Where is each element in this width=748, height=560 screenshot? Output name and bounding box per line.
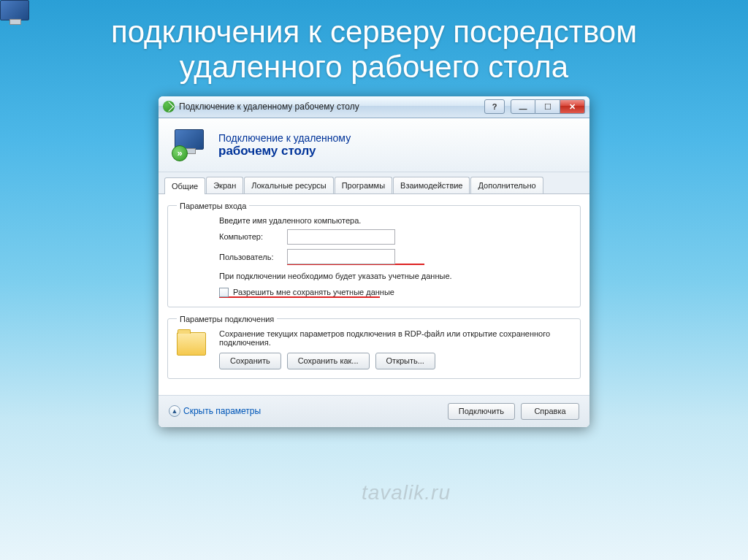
connection-legend: Параметры подключения (177, 315, 277, 323)
tab-advanced[interactable]: Дополнительно (470, 177, 543, 193)
header-line1: Подключение к удаленному (218, 132, 351, 144)
computer-input[interactable] (287, 229, 395, 245)
connect-button[interactable]: Подключить (448, 403, 515, 420)
header-line2: рабочему столу (218, 144, 351, 158)
tab-display[interactable]: Экран (206, 177, 243, 193)
user-label: Пользователь: (219, 253, 281, 261)
chevron-up-icon: ▲ (169, 405, 180, 417)
header-panel: » Подключение к удаленному рабочему стол… (159, 119, 589, 172)
maximize-button[interactable] (535, 99, 560, 114)
minimize-button[interactable] (511, 99, 535, 114)
app-icon (163, 101, 175, 112)
tabs: Общие Экран Локальные ресурсы Программы … (159, 172, 589, 194)
rdp-window: Подключение к удаленному рабочему столу … (159, 96, 589, 427)
save-button[interactable]: Сохранить (219, 353, 281, 369)
watermark: tavalik.ru (362, 481, 451, 505)
window-title: Подключение к удаленному рабочему столу (179, 101, 484, 112)
save-credentials-label: Разрешить мне сохранять учетные данные (233, 288, 394, 296)
help-button[interactable]: Справка (521, 403, 579, 420)
connection-params-group: Параметры подключения Сохранение текущих… (167, 315, 581, 379)
save-as-button[interactable]: Сохранить как... (287, 353, 370, 369)
open-button[interactable]: Открыть... (375, 353, 435, 369)
tab-programs[interactable]: Программы (335, 177, 392, 193)
hide-options-label: Скрыть параметры (183, 406, 261, 416)
footer: ▲ Скрыть параметры Подключить Справка (159, 395, 589, 427)
help-icon[interactable] (484, 99, 505, 114)
computer-label: Компьютер: (219, 232, 281, 241)
titlebar[interactable]: Подключение к удаленному рабочему столу (159, 96, 589, 118)
login-params-group: Параметры входа Введите имя удаленного к… (167, 202, 581, 307)
tab-local-resources[interactable]: Локальные ресурсы (244, 177, 333, 193)
tab-general[interactable]: Общие (164, 177, 205, 194)
folder-icon (177, 329, 210, 363)
close-button[interactable] (560, 99, 585, 114)
hide-options-link[interactable]: ▲ Скрыть параметры (169, 405, 261, 417)
user-input[interactable] (287, 249, 395, 264)
tab-experience[interactable]: Взаимодействие (393, 177, 470, 193)
connection-text: Сохранение текущих параметров подключени… (219, 329, 571, 347)
rdp-header-icon: » (172, 129, 208, 161)
save-credentials-checkbox[interactable] (219, 288, 229, 297)
credentials-hint: При подключении необходимо будет указать… (219, 271, 571, 282)
login-legend: Параметры входа (177, 202, 249, 210)
slide-title: подключения к серверу посредством удален… (29, 15, 719, 85)
login-intro: Введите имя удаленного компьютера. (219, 216, 571, 225)
computer-icon (177, 216, 210, 250)
